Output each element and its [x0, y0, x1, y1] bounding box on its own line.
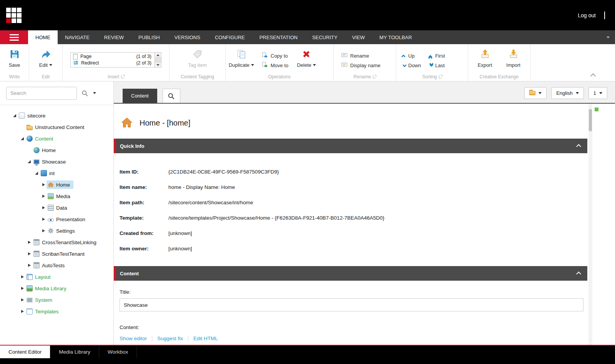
insert-option-redirect[interactable]: Redirect (2 of 3): [73, 60, 155, 66]
hamburger-menu-button[interactable]: [0, 30, 28, 44]
move-to-button[interactable]: Move to: [262, 61, 288, 70]
field-row: Template: /sitecore/templates/Project/Sh…: [120, 210, 587, 225]
export-button[interactable]: Export: [471, 44, 499, 68]
rename-button[interactable]: Rename: [341, 51, 381, 61]
collapsed-arrow-icon[interactable]: [40, 229, 47, 232]
delete-button[interactable]: Delete: [293, 44, 320, 68]
tree-item-scribantesttenant[interactable]: ScribanTestTenant: [0, 248, 113, 260]
tab-home[interactable]: HOME: [28, 30, 58, 44]
copy-to-button[interactable]: Copy to: [262, 51, 288, 61]
title-field-input[interactable]: [120, 298, 583, 311]
tab-my-toolbar[interactable]: MY TOOLBAR: [372, 30, 419, 44]
search-input[interactable]: [6, 87, 77, 100]
field-row: Item name: home - Display Name: Home: [120, 179, 587, 195]
tree-item-layout[interactable]: Layout: [0, 271, 113, 283]
tree-item-showcase[interactable]: Showcase: [0, 156, 113, 167]
expanded-arrow-icon[interactable]: [12, 114, 18, 117]
quick-info-section-header[interactable]: Quick Info: [114, 139, 587, 153]
insert-scroll-thumb[interactable]: [155, 57, 161, 63]
monitor-icon: [33, 159, 40, 164]
editor-search-button[interactable]: [163, 89, 180, 103]
tree-item-content[interactable]: Content: [0, 133, 113, 144]
tree-item-settings[interactable]: Settings: [0, 225, 113, 237]
content-tab[interactable]: Content: [123, 89, 157, 103]
scrollbar-thumb[interactable]: [589, 109, 592, 131]
display-name-button[interactable]: Display name: [341, 61, 381, 70]
navigate-item-button[interactable]: [524, 87, 547, 99]
bottombar-tab-workbox[interactable]: Workbox: [99, 346, 137, 358]
expanded-arrow-icon[interactable]: [33, 172, 40, 175]
tree-item-system[interactable]: System: [0, 294, 113, 306]
tree-item-int[interactable]: int: [0, 167, 113, 179]
field-row: Item path: /sitecore/content/Showcase/in…: [120, 195, 587, 210]
collapsed-arrow-icon[interactable]: [19, 310, 25, 313]
group-label-write: Write: [9, 74, 20, 79]
insert-scroll-up-button[interactable]: [155, 53, 161, 57]
tree-item-content-home[interactable]: Home: [0, 144, 113, 156]
collapse-section-icon[interactable]: [576, 144, 581, 149]
tree-item-media[interactable]: Media: [0, 190, 113, 202]
tag-item-button[interactable]: Tag item: [183, 44, 212, 68]
bottombar-tab-content-editor[interactable]: Content Editor: [0, 346, 50, 358]
tab-view[interactable]: VIEW: [345, 30, 372, 44]
tab-configure[interactable]: CONFIGURE: [208, 30, 252, 44]
insert-option-page[interactable]: Page (1 of 3): [73, 54, 155, 60]
sort-up-button[interactable]: Up: [402, 51, 421, 61]
collapsed-arrow-icon[interactable]: [26, 264, 32, 267]
show-editor-link[interactable]: Show editor: [120, 336, 147, 341]
expanded-arrow-icon[interactable]: [19, 137, 25, 140]
collapsed-arrow-icon[interactable]: [19, 298, 25, 301]
language-selector[interactable]: English: [551, 87, 584, 99]
insert-scroll-down-button[interactable]: [155, 63, 161, 67]
import-button[interactable]: Import: [499, 44, 528, 68]
collapsed-arrow-icon[interactable]: [19, 287, 25, 290]
tree-item-crosstenantsitelinking[interactable]: CrossTenantSiteLinking: [0, 237, 113, 248]
collapsed-arrow-icon[interactable]: [26, 241, 32, 244]
tree-item-sitecore[interactable]: sitecore: [0, 110, 113, 121]
tab-presentation[interactable]: PRESENTATION: [252, 30, 305, 44]
version-selector[interactable]: 1: [588, 87, 607, 99]
collapsed-arrow-icon[interactable]: [40, 218, 47, 221]
tree-item-presentation[interactable]: Presentation: [0, 213, 113, 225]
collapsed-arrow-icon[interactable]: [40, 195, 47, 198]
tree-item-unstructured-content[interactable]: Unstructured Content: [0, 121, 113, 133]
sort-first-button[interactable]: First: [429, 51, 445, 61]
tree-item-media-library[interactable]: Media Library: [0, 283, 113, 294]
tabbar-chevron-down-icon[interactable]: [607, 30, 610, 44]
tree-item-data[interactable]: Data: [0, 202, 113, 213]
collapse-section-icon[interactable]: [576, 271, 581, 276]
tree-item-autotests[interactable]: AutoTests: [0, 260, 113, 271]
content-section-header[interactable]: Content: [114, 266, 587, 281]
collapsed-arrow-icon[interactable]: [26, 252, 32, 255]
insert-dialog-launcher-icon[interactable]: [121, 75, 124, 78]
tab-navigate[interactable]: NAVIGATE: [58, 30, 97, 44]
collapsed-arrow-icon[interactable]: [40, 206, 47, 209]
tab-versions[interactable]: VERSIONS: [167, 30, 208, 44]
edit-html-link[interactable]: Edit HTML: [193, 336, 218, 341]
edit-button[interactable]: Edit: [32, 44, 60, 68]
tree-item-templates[interactable]: Templates: [0, 306, 113, 317]
group-label-sorting: Sorting: [422, 74, 437, 79]
expanded-arrow-icon[interactable]: [26, 160, 32, 163]
search-options-chevron-icon[interactable]: [93, 92, 96, 94]
collapsed-arrow-icon[interactable]: [19, 275, 25, 278]
tab-review[interactable]: REVIEW: [97, 30, 131, 44]
duplicate-button[interactable]: Duplicate: [227, 44, 256, 68]
logout-button[interactable]: Log out: [578, 12, 596, 18]
tab-security[interactable]: SECURITY: [305, 30, 345, 44]
sorting-dialog-launcher-icon[interactable]: [439, 75, 442, 78]
sort-down-button[interactable]: Down: [402, 61, 421, 70]
tab-publish[interactable]: PUBLISH: [131, 30, 167, 44]
suggest-fix-link[interactable]: Suggest fix: [157, 336, 183, 341]
search-icon[interactable]: [81, 90, 88, 97]
tree-item-int-home[interactable]: Home: [0, 179, 113, 190]
vertical-scrollbar[interactable]: [588, 104, 592, 345]
save-button[interactable]: Save: [0, 44, 29, 68]
ribbon-collapse-icon[interactable]: [590, 73, 596, 79]
rename-dialog-launcher-icon[interactable]: [373, 75, 376, 78]
edit-label: Edit: [39, 62, 48, 68]
building-icon: [33, 262, 40, 268]
sort-last-button[interactable]: Last: [429, 61, 445, 70]
bottombar-tab-media-library[interactable]: Media Library: [50, 346, 99, 358]
collapsed-arrow-icon[interactable]: [40, 183, 47, 186]
